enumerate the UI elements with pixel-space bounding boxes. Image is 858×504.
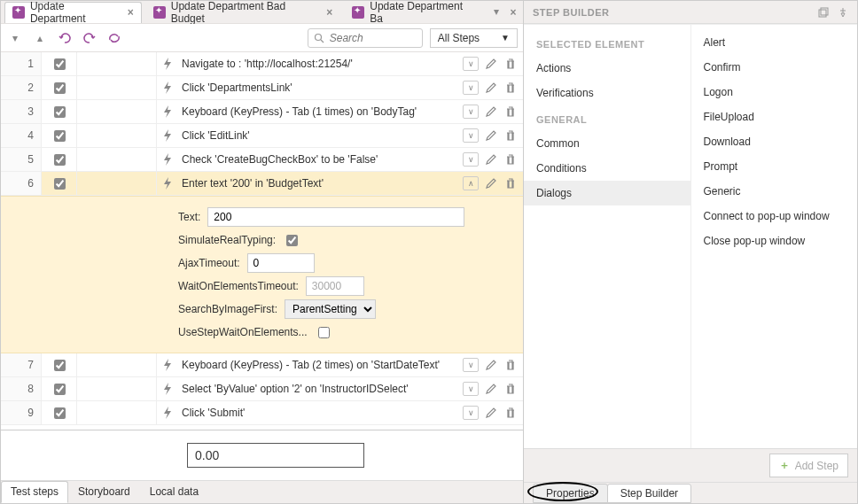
- step-enable-checkbox[interactable]: [42, 100, 77, 123]
- expand-icon[interactable]: ∨: [463, 105, 479, 119]
- delete-icon[interactable]: [503, 152, 518, 167]
- collapse-icon[interactable]: ∧: [463, 176, 479, 190]
- edit-icon[interactable]: [484, 176, 498, 190]
- close-icon[interactable]: ×: [128, 6, 134, 19]
- use-step-wait-checkbox[interactable]: [318, 327, 330, 338]
- popout-icon[interactable]: [818, 7, 829, 18]
- category-item[interactable]: Common: [524, 131, 690, 156]
- edit-icon[interactable]: [484, 57, 498, 71]
- edit-icon[interactable]: [484, 152, 498, 167]
- category-item[interactable]: Dialogs: [524, 181, 690, 205]
- step-enable-checkbox[interactable]: [42, 377, 77, 400]
- undo-icon[interactable]: [56, 29, 74, 47]
- category-item[interactable]: Verifications: [524, 81, 690, 105]
- step-enable-checkbox[interactable]: [42, 76, 77, 99]
- delete-icon[interactable]: [503, 81, 518, 95]
- edit-icon[interactable]: [484, 81, 498, 95]
- delete-icon[interactable]: [503, 176, 518, 190]
- category-item[interactable]: Conditions: [524, 156, 690, 181]
- step-builder-panel: STEP BUILDER SELECTED ELEMENTActionsVeri…: [524, 1, 857, 503]
- doc-tab-label: Update Department: [30, 0, 122, 25]
- step-row[interactable]: 3 Keyboard (KeyPress) - Tab (1 times) on…: [1, 100, 523, 124]
- steps-filter-dropdown[interactable]: All Steps ▼: [430, 28, 518, 48]
- doc-tab-3[interactable]: Update Department Ba: [344, 2, 486, 23]
- right-tab-properties[interactable]: Properties: [533, 484, 608, 503]
- doc-tab-2[interactable]: Update Department Bad Budget ×: [145, 2, 340, 23]
- right-bottom-tabs: Properties Step Builder: [524, 482, 857, 503]
- expand-icon[interactable]: ∨: [463, 382, 479, 396]
- delete-icon[interactable]: [503, 57, 518, 71]
- pin-icon[interactable]: [838, 7, 848, 18]
- step-row[interactable]: 2 Click 'DepartmentsLink' ∨: [1, 76, 523, 100]
- delete-icon[interactable]: [503, 358, 518, 372]
- step-enable-checkbox[interactable]: [42, 353, 77, 376]
- bottom-tab-storyboard[interactable]: Storyboard: [68, 481, 140, 503]
- builder-action-item[interactable]: Connect to pop-up window: [691, 204, 858, 229]
- step-label: Keyboard (KeyPress) - Tab (2 times) on '…: [178, 359, 463, 371]
- search-by-image-select[interactable]: ParentSetting: [285, 299, 376, 319]
- builder-action-item[interactable]: Confirm: [691, 55, 858, 80]
- bottom-tab-strip: Test steps Storyboard Local data: [1, 480, 523, 503]
- builder-action-item[interactable]: Download: [691, 129, 858, 154]
- expand-icon[interactable]: ∨: [463, 406, 479, 420]
- text-input[interactable]: [207, 207, 464, 227]
- step-row[interactable]: 5 Check 'CreateBugCheckBox' to be 'False…: [1, 148, 523, 172]
- doc-tab-label: Update Department Bad Budget: [171, 0, 322, 25]
- expand-icon[interactable]: ∨: [463, 57, 479, 71]
- builder-action-item[interactable]: Prompt: [691, 154, 858, 179]
- step-enable-checkbox[interactable]: [42, 172, 77, 195]
- right-tab-step-builder[interactable]: Step Builder: [607, 484, 691, 503]
- step-row[interactable]: 7 Keyboard (KeyPress) - Tab (2 times) on…: [1, 353, 523, 377]
- search-box[interactable]: [308, 28, 423, 48]
- edit-icon[interactable]: [484, 105, 498, 119]
- step-row[interactable]: 4 Click 'EditLink' ∨: [1, 124, 523, 148]
- ajax-timeout-input[interactable]: [247, 253, 315, 273]
- expand-icon[interactable]: ∨: [463, 128, 479, 143]
- edit-icon[interactable]: [484, 382, 498, 396]
- step-enable-checkbox[interactable]: [42, 124, 77, 147]
- bottom-tab-test-steps[interactable]: Test steps: [1, 481, 68, 503]
- builder-action-item[interactable]: Close pop-up window: [691, 229, 858, 253]
- delete-icon[interactable]: [503, 128, 518, 143]
- delete-icon[interactable]: [503, 105, 518, 119]
- wait-timeout-input[interactable]: [306, 276, 364, 296]
- step-enable-checkbox[interactable]: [42, 401, 77, 424]
- search-input[interactable]: [328, 31, 417, 45]
- redo-icon[interactable]: [81, 29, 98, 47]
- simulate-typing-checkbox[interactable]: [286, 235, 298, 246]
- category-item[interactable]: Actions: [524, 56, 690, 81]
- delete-icon[interactable]: [503, 382, 518, 396]
- steps-toolbar: ▾ ▴ All Steps ▼: [1, 24, 523, 52]
- value-preview-box[interactable]: 0.00: [187, 443, 364, 468]
- step-row[interactable]: 9 Click 'Submit' ∨: [1, 401, 523, 425]
- edit-icon[interactable]: [484, 406, 498, 420]
- add-step-button[interactable]: ＋ Add Step: [769, 454, 848, 477]
- bottom-tab-local-data[interactable]: Local data: [140, 481, 208, 503]
- expand-icon[interactable]: ∨: [463, 81, 479, 95]
- step-row[interactable]: 6 Enter text '200' in 'BudgetText' ∧: [1, 172, 523, 196]
- move-up-icon[interactable]: ▴: [31, 29, 49, 47]
- action-type-icon: [162, 105, 178, 118]
- close-all-icon[interactable]: ×: [507, 6, 519, 19]
- step-row[interactable]: 8 Select 'ByValue' option '2' on 'Instru…: [1, 377, 523, 401]
- close-icon[interactable]: ×: [326, 6, 332, 19]
- sync-icon[interactable]: [105, 29, 123, 47]
- builder-action-item[interactable]: Logon: [691, 80, 858, 105]
- builder-action-item[interactable]: FileUpload: [691, 105, 858, 129]
- steps-filter-label: All Steps: [438, 32, 480, 44]
- expand-icon[interactable]: ∨: [463, 358, 479, 372]
- step-label: Check 'CreateBugCheckBox' to be 'False': [178, 153, 463, 166]
- delete-icon[interactable]: [503, 406, 518, 420]
- builder-action-item[interactable]: Alert: [691, 30, 858, 55]
- step-label: Click 'Submit': [178, 407, 463, 419]
- expand-icon[interactable]: ∨: [463, 152, 479, 167]
- move-down-icon[interactable]: ▾: [6, 29, 24, 47]
- builder-action-item[interactable]: Generic: [691, 179, 858, 204]
- step-enable-checkbox[interactable]: [42, 148, 77, 171]
- step-enable-checkbox[interactable]: [42, 52, 77, 75]
- tab-overflow-dropdown[interactable]: ▾: [489, 5, 503, 19]
- doc-tab-1[interactable]: Update Department ×: [4, 2, 142, 23]
- edit-icon[interactable]: [484, 128, 498, 143]
- step-row[interactable]: 1 Navigate to : 'http://localhost:21254/…: [1, 52, 523, 76]
- edit-icon[interactable]: [484, 358, 498, 372]
